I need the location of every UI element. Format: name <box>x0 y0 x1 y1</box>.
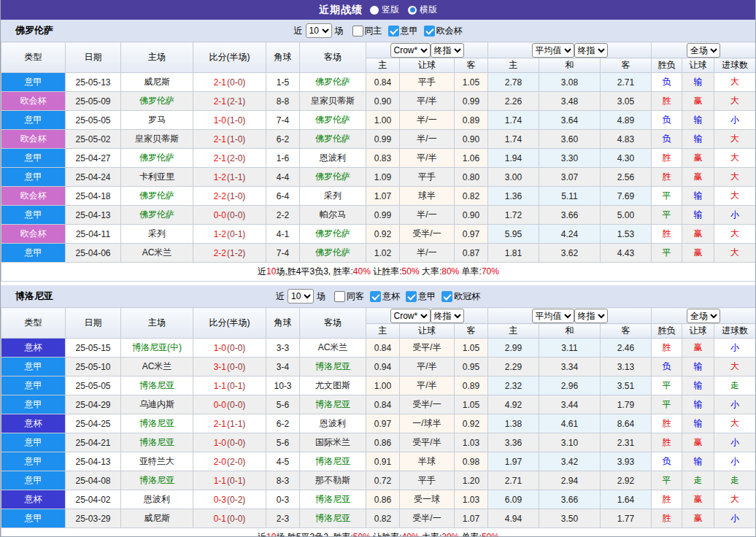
away-odds: 0.97 <box>455 225 488 244</box>
competition-badge: 意杯 <box>1 339 66 358</box>
sub-home-odds: 主 <box>366 58 400 73</box>
radio-vertical-icon[interactable] <box>370 6 379 15</box>
radio-horizontal-icon[interactable] <box>408 6 417 15</box>
sub-avg-home: 主 <box>488 324 539 339</box>
handicap-line: 半/一 <box>400 111 455 130</box>
competition-badge: 欧会杯 <box>1 187 66 206</box>
handicap-line: 平/半 <box>400 149 455 168</box>
checkbox-conference-league[interactable] <box>424 26 435 36</box>
col-corner: 角球 <box>266 308 300 339</box>
average-odds-select[interactable]: 平均值 <box>532 309 574 323</box>
table-body: 意甲25-05-13威尼斯2-1(0-0)1-5佛罗伦萨0.84平手1.052.… <box>1 73 756 263</box>
handicap-line: 一/球半 <box>400 414 455 433</box>
avg-home-odds: 4.94 <box>488 509 539 528</box>
average-odds-select[interactable]: 平均值 <box>532 43 574 58</box>
match-count-select[interactable]: 10 <box>288 289 314 304</box>
results-table: 类型日期主场比分(半场)角球客场Crow*终指平均值终指全场主让球客主和客胜负让… <box>1 307 756 537</box>
competition-badge: 意甲 <box>1 509 66 528</box>
table-header: 类型日期主场比分(半场)角球客场Crow*终指平均值终指全场主让球客主和客胜负让… <box>1 42 756 73</box>
avg-draw-odds: 3.44 <box>539 395 601 414</box>
away-team: 那不勒斯 <box>300 471 366 490</box>
full-time-score: 2-0 <box>214 457 226 467</box>
competition-badge: 意甲 <box>1 452 66 471</box>
result-outcome: 胜 <box>652 414 682 433</box>
result-handicap: 赢 <box>682 168 714 187</box>
avg-home-odds: 2.32 <box>488 376 539 395</box>
layout-option-vertical[interactable]: 竖版 <box>370 4 399 16</box>
avg-away-odds: 1.79 <box>601 395 652 414</box>
layout-option-horizontal[interactable]: 横版 <box>408 4 437 16</box>
competition-badge: 意甲 <box>1 376 66 395</box>
competition-badge: 意甲 <box>1 168 66 187</box>
half-time-score: (1-1) <box>227 172 245 182</box>
col-type: 类型 <box>1 42 66 73</box>
full-time-score: 0-0 <box>214 400 226 410</box>
avg-home-odds: 1.38 <box>488 414 539 433</box>
competition-badge: 意甲 <box>1 149 66 168</box>
filter-option-label: 同主 <box>365 25 382 37</box>
handicap-line: 平手 <box>400 168 455 187</box>
away-odds: 1.03 <box>455 490 488 509</box>
checkbox-same-away[interactable] <box>334 291 345 302</box>
corners: 4-4 <box>266 168 300 187</box>
final-odds-select-2[interactable]: 终指 <box>574 43 608 58</box>
table-footer: 近10场,胜5平3负2, 胜率:50% 让胜率:40% 大率:30% 单率:50… <box>1 528 756 537</box>
team-name: 博洛尼亚 <box>15 290 53 303</box>
checkbox-coppa-italia[interactable] <box>370 291 381 302</box>
result-handicap: 输 <box>682 73 714 92</box>
handicap-line: 平手 <box>400 471 455 490</box>
table-row: 意甲25-04-13佛罗伦萨0-0(0-0)2-2帕尔马0.99半/一0.901… <box>1 206 756 225</box>
avg-home-odds: 1.94 <box>488 149 539 168</box>
checkbox-same-home[interactable] <box>352 26 363 36</box>
odds-provider-select[interactable]: Crow* <box>390 43 431 58</box>
match-count-select[interactable]: 10 <box>306 23 332 38</box>
full-time-score: 1-1 <box>214 476 226 486</box>
sub-away-odds: 客 <box>455 324 488 339</box>
filter-option-same-away[interactable]: 同客 <box>334 290 364 303</box>
odds-provider-group: Crow*终指 <box>366 308 488 324</box>
handicap-line: 平/半 <box>400 92 455 111</box>
full-time-score: 0-0 <box>214 210 226 220</box>
away-team: 尤文图斯 <box>300 376 366 395</box>
avg-home-odds: 1.72 <box>488 206 539 225</box>
away-odds: 1.20 <box>455 471 488 490</box>
filter-option-conference-league[interactable]: 欧会杯 <box>424 25 463 37</box>
col-score: 比分(半场) <box>193 42 266 73</box>
filter-option-same-home[interactable]: 同主 <box>352 25 382 37</box>
score-cell: 2-1(0-0) <box>193 73 266 92</box>
sub-avg-draw: 和 <box>539 58 601 73</box>
result-goals: 小 <box>714 433 756 452</box>
scope-group: 全场 <box>652 42 756 58</box>
summary-segment: 50% <box>353 532 371 537</box>
checkbox-serie-a[interactable] <box>406 291 417 302</box>
away-team: 博洛尼亚 <box>300 452 366 471</box>
handicap-line: 半球 <box>400 452 455 471</box>
col-away: 客场 <box>300 308 366 339</box>
result-goals: 大 <box>714 358 756 376</box>
checkbox-serie-a[interactable] <box>388 26 399 36</box>
result-outcome: 负 <box>652 130 682 149</box>
final-odds-select[interactable]: 终指 <box>431 309 464 323</box>
full-match-select[interactable]: 全场 <box>687 43 720 58</box>
filter-option-serie-a[interactable]: 意甲 <box>388 25 418 37</box>
result-goals: 大 <box>714 149 756 168</box>
filter-option-coppa-italia[interactable]: 意杯 <box>370 290 400 303</box>
checkbox-champions-league[interactable] <box>441 291 452 302</box>
odds-provider-select[interactable]: Crow* <box>390 309 431 323</box>
final-odds-select[interactable]: 终指 <box>431 43 464 58</box>
full-match-select[interactable]: 全场 <box>687 309 720 323</box>
away-team: 博洛尼亚 <box>300 509 366 528</box>
match-date: 25-05-15 <box>66 339 121 358</box>
home-team: 博洛尼亚 <box>121 471 193 490</box>
result-handicap: 输 <box>682 452 714 471</box>
final-odds-select-2[interactable]: 终指 <box>574 309 608 323</box>
sub-goals-result: 进球数 <box>714 324 756 339</box>
summary-segment: 近 <box>258 266 266 277</box>
avg-away-odds: 7.69 <box>601 187 652 206</box>
score-cell: 1-0(0-0) <box>193 339 266 358</box>
match-date: 25-04-08 <box>66 471 121 490</box>
avg-draw-odds: 2.94 <box>539 471 601 490</box>
filter-option-serie-a[interactable]: 意甲 <box>406 290 436 303</box>
filter-option-champions-league[interactable]: 欧冠杯 <box>441 290 480 303</box>
filter-option-label: 欧会杯 <box>436 25 463 37</box>
